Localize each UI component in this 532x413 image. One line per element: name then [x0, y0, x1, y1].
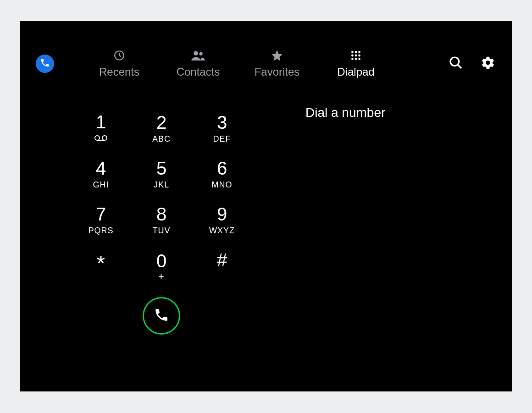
- key-8-digit: 8: [156, 205, 166, 223]
- key-4-digit: 4: [96, 159, 106, 177]
- key-hash-digit: #: [217, 251, 227, 269]
- phone-icon: [40, 58, 50, 70]
- svg-point-11: [358, 58, 360, 60]
- svg-point-7: [355, 55, 357, 57]
- key-6-sub: MNO: [212, 180, 233, 189]
- call-button[interactable]: [143, 297, 180, 335]
- svg-point-1: [194, 51, 198, 55]
- settings-button[interactable]: [480, 55, 496, 72]
- key-0-sub: +: [158, 271, 165, 280]
- tab-contacts-label: Contacts: [177, 66, 220, 78]
- tab-favorites[interactable]: Favorites: [238, 49, 316, 78]
- tab-dialpad[interactable]: Dialpad: [316, 49, 395, 78]
- gear-icon: [481, 55, 495, 72]
- key-hash[interactable]: #: [192, 243, 252, 289]
- key-0[interactable]: 0 +: [131, 243, 192, 289]
- tabs-bar: Recents Contacts Favorites: [80, 49, 395, 78]
- phone-app-badge: [36, 55, 54, 73]
- key-8[interactable]: 8 TUV: [131, 197, 192, 243]
- key-9-sub: WXYZ: [209, 226, 235, 235]
- key-7[interactable]: 7 PQRS: [71, 197, 131, 243]
- tab-favorites-label: Favorites: [255, 66, 300, 78]
- key-0-digit: 0: [156, 252, 166, 270]
- svg-point-5: [358, 51, 360, 53]
- phone-app-window: Recents Contacts Favorites: [20, 21, 512, 391]
- key-6[interactable]: 6 MNO: [192, 151, 252, 197]
- people-icon: [191, 49, 205, 62]
- voicemail-icon: [94, 135, 107, 144]
- key-1[interactable]: 1: [71, 105, 131, 151]
- main-area: 1 2 ABC 3 DEF 4 GHI: [20, 99, 512, 391]
- tab-dialpad-label: Dialpad: [337, 66, 374, 78]
- svg-point-2: [199, 52, 202, 55]
- key-7-sub: PQRS: [88, 226, 113, 235]
- key-5-digit: 5: [156, 159, 166, 177]
- svg-point-10: [355, 58, 357, 60]
- key-star-digit: *: [97, 246, 105, 274]
- key-5-sub: JKL: [154, 180, 169, 189]
- key-1-digit: 1: [96, 113, 106, 131]
- key-7-digit: 7: [96, 205, 106, 223]
- key-3-sub: DEF: [213, 134, 231, 143]
- key-8-sub: TUV: [153, 226, 171, 235]
- key-2-sub: ABC: [152, 134, 171, 143]
- tab-contacts[interactable]: Contacts: [159, 49, 238, 78]
- key-3[interactable]: 3 DEF: [192, 105, 252, 151]
- dialpad-icon: [350, 49, 362, 62]
- tab-recents[interactable]: Recents: [80, 49, 159, 78]
- key-9-digit: 9: [217, 205, 227, 223]
- svg-point-9: [351, 58, 354, 60]
- key-2-digit: 2: [156, 113, 166, 132]
- key-star[interactable]: *: [71, 243, 131, 289]
- svg-point-12: [450, 57, 459, 66]
- key-4[interactable]: 4 GHI: [71, 151, 131, 197]
- key-2[interactable]: 2 ABC: [131, 105, 192, 151]
- phone-icon: [154, 307, 169, 325]
- svg-point-14: [95, 136, 100, 140]
- dial-prompt: Dial a number: [305, 105, 512, 120]
- key-4-sub: GHI: [93, 180, 109, 189]
- key-5[interactable]: 5 JKL: [131, 151, 192, 197]
- top-bar: Recents Contacts Favorites: [20, 43, 512, 84]
- svg-line-13: [458, 65, 461, 68]
- svg-point-4: [355, 51, 357, 53]
- star-icon: [271, 49, 283, 62]
- svg-point-6: [351, 55, 354, 57]
- clock-icon: [113, 49, 125, 62]
- info-panel: Dial a number: [277, 99, 512, 391]
- top-right-actions: [448, 55, 496, 72]
- key-9[interactable]: 9 WXYZ: [192, 197, 252, 243]
- key-6-digit: 6: [217, 159, 227, 177]
- svg-point-8: [358, 55, 360, 57]
- tab-recents-label: Recents: [99, 66, 139, 78]
- svg-point-3: [351, 51, 354, 53]
- key-3-digit: 3: [217, 113, 227, 132]
- svg-point-15: [102, 136, 107, 140]
- dialpad: 1 2 ABC 3 DEF 4 GHI: [20, 99, 277, 391]
- search-icon: [449, 55, 463, 72]
- search-button[interactable]: [448, 55, 464, 72]
